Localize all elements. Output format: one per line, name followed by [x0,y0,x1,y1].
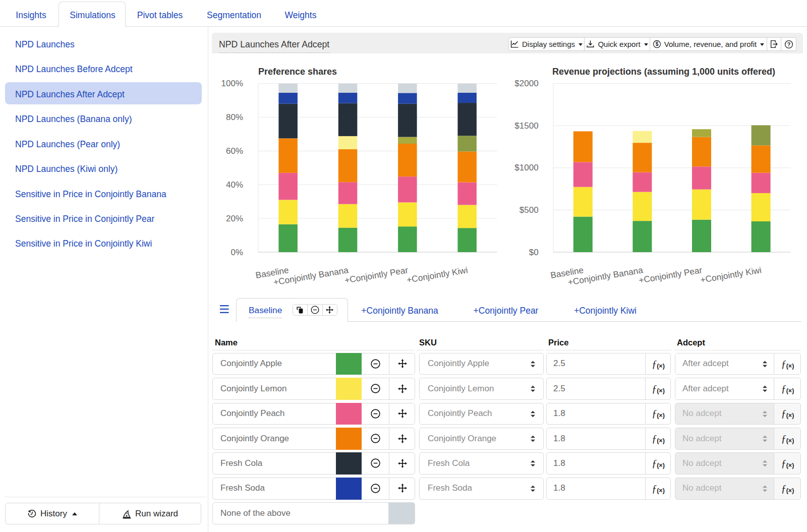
svg-text:100%: 100% [221,79,243,88]
svg-text:40%: 40% [226,180,243,190]
svg-text:Preference shares: Preference shares [258,67,337,77]
svg-text:$2000: $2000 [514,79,538,88]
svg-text:+Conjointly Pear: +Conjointly Pear [638,265,703,285]
svg-text:+Conjointly Pear: +Conjointly Pear [344,265,409,285]
svg-text:60%: 60% [226,146,243,156]
svg-text:$500: $500 [520,205,539,215]
svg-text:?: ? [787,41,790,47]
svg-text:+Conjointly Kiwi: +Conjointly Kiwi [406,265,469,285]
svg-text:$1000: $1000 [514,163,538,172]
svg-text:0%: 0% [230,248,243,257]
svg-text:20%: 20% [226,214,243,223]
svg-text:+Conjointly Kiwi: +Conjointly Kiwi [700,265,762,285]
svg-text:$: $ [655,41,658,47]
svg-text:Revenue projections (assuming: Revenue projections (assuming 1,000 unit… [552,67,775,77]
svg-text:$1500: $1500 [514,121,538,131]
svg-text:$0: $0 [529,248,539,257]
svg-text:80%: 80% [226,112,243,122]
